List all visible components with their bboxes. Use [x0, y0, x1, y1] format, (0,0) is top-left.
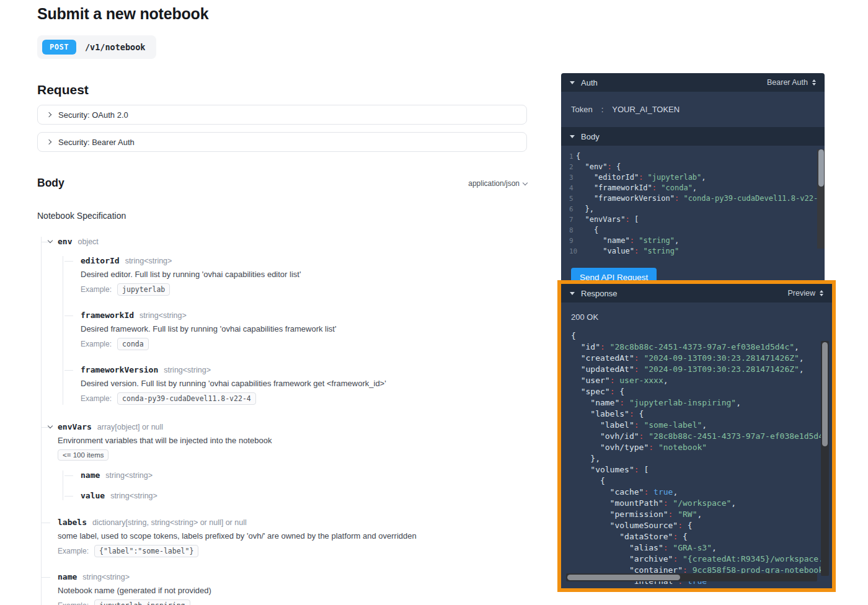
prop-description: Environment variables that will be injec…: [58, 436, 527, 445]
vertical-scrollbar: [817, 149, 825, 249]
auth-section-header[interactable]: Auth Bearer Auth: [561, 73, 825, 92]
token-separator: :: [601, 105, 604, 114]
example-label: Example:: [81, 394, 112, 403]
example-value-badge: jupyterlab-inspiring: [94, 599, 190, 605]
prop-type: string<string>: [164, 366, 211, 374]
prop-type: object: [78, 237, 98, 246]
request-heading: Request: [37, 82, 527, 97]
prop-type: string<string>: [105, 471, 153, 480]
example-value-badge: {"label":"some-label"}: [94, 545, 198, 557]
example-value-badge: jupyterlab: [117, 283, 170, 296]
prop-name: labels: [58, 518, 87, 527]
horizontal-scrollbar-thumb[interactable]: [567, 575, 680, 580]
example-value-badge: conda: [117, 338, 149, 350]
triangle-down-icon: [570, 81, 575, 84]
example-label: Example:: [81, 285, 112, 294]
security-oauth-accordion[interactable]: Security: OAuth 2.0: [37, 105, 527, 125]
response-panel: Response Preview 200 OK { "id": "28c8b88…: [561, 284, 832, 588]
response-section-title: Response: [581, 289, 618, 298]
horizontal-scrollbar: [566, 573, 817, 581]
prop-description: Desired framework. Full list by running …: [81, 324, 527, 333]
body-code-editor[interactable]: 1{2 "env": {3 "editorId": "jupyterlab",4…: [561, 146, 825, 260]
schema-node-envVars: envVars array[object] or null Environmen…: [58, 422, 527, 500]
content-type-select[interactable]: application/json: [468, 179, 527, 188]
schema-node-frameworkId: frameworkId string<string> Desired frame…: [81, 311, 527, 350]
prop-type: string<string>: [125, 257, 172, 265]
prop-type: string<string>: [82, 573, 130, 581]
endpoint-doc: Submit a new notebook POST /v1/notebook …: [37, 5, 527, 605]
security-bearer-accordion[interactable]: Security: Bearer Auth: [37, 132, 527, 152]
body-section-header[interactable]: Body: [561, 127, 825, 146]
schema-node-envVars-name: name string<string>: [81, 470, 527, 480]
vertical-scrollbar: [821, 341, 829, 576]
chevron-right-icon: [46, 139, 51, 144]
body-section-title: Body: [581, 132, 600, 141]
prop-type: string<string>: [140, 311, 187, 320]
schema-node-name: name string<string> Notebook name (gener…: [58, 572, 527, 605]
response-status: 200 OK: [571, 312, 832, 322]
auth-scheme-value: Bearer Auth: [767, 78, 808, 87]
prop-type: array[object] or null: [97, 423, 163, 431]
response-view-value: Preview: [788, 289, 815, 298]
prop-type: string<string>: [110, 492, 157, 500]
chevron-right-icon: [46, 112, 51, 117]
response-code-viewer: { "id": "28c8b88c-2451-4373-97a7-ef038e1…: [561, 330, 832, 587]
chevron-down-icon: [48, 423, 53, 428]
prop-name: frameworkVersion: [81, 365, 158, 374]
example-label: Example:: [81, 340, 112, 348]
security-oauth-label: Security: OAuth 2.0: [58, 110, 128, 120]
sort-arrows-icon: [812, 79, 816, 86]
security-bearer-label: Security: Bearer Auth: [58, 138, 135, 147]
response-body: 200 OK { "id": "28c8b88c-2451-4373-97a7-…: [561, 302, 832, 588]
prop-description: Desired version. Full list by running 'o…: [81, 379, 527, 388]
schema-title: Notebook Specification: [37, 211, 527, 221]
vertical-scrollbar-thumb[interactable]: [818, 149, 824, 187]
prop-type: dictionary[string, string<string> or nul…: [92, 518, 247, 527]
vertical-scrollbar-thumb[interactable]: [822, 342, 828, 446]
content-type-value: application/json: [468, 179, 520, 188]
response-section-header[interactable]: Response Preview: [561, 284, 832, 302]
response-highlight-box: Response Preview 200 OK { "id": "28c8b88…: [557, 280, 836, 592]
schema-node-env: env object editorId string<string> Desir…: [58, 237, 527, 405]
triangle-down-icon: [570, 135, 575, 138]
schema-tree: env object editorId string<string> Desir…: [41, 237, 527, 605]
auth-section-title: Auth: [581, 78, 598, 87]
page-title: Submit a new notebook: [37, 5, 527, 23]
example-label: Example:: [58, 601, 89, 605]
schema-node-env-toggle[interactable]: env object: [58, 237, 527, 246]
prop-name: frameworkId: [81, 311, 134, 320]
sort-arrows-icon: [820, 290, 823, 296]
prop-name: name: [81, 470, 100, 480]
prop-name: envVars: [58, 422, 92, 431]
prop-description: Desired editor. Full list by running 'ov…: [81, 270, 527, 279]
prop-description: Notebook name (generated if not provided…: [58, 586, 527, 595]
try-it-panel: Auth Bearer Auth Token : YOUR_AI_TOKEN B…: [561, 73, 825, 297]
schema-node-editorId: editorId string<string> Desired editor. …: [81, 256, 527, 296]
endpoint-path: /v1/notebook: [85, 42, 146, 52]
token-input[interactable]: YOUR_AI_TOKEN: [612, 105, 680, 114]
body-heading: Body: [37, 177, 64, 190]
constraint-badge: <= 100 items: [58, 449, 108, 461]
prop-name: name: [58, 572, 77, 581]
endpoint-chip: POST /v1/notebook: [37, 35, 156, 59]
schema-node-labels: labels dictionary[string, string<string>…: [58, 518, 527, 557]
prop-description: some label, used to scope tokens, labels…: [58, 531, 527, 541]
prop-name: editorId: [81, 256, 120, 265]
triangle-down-icon: [570, 292, 575, 295]
chevron-down-icon: [48, 238, 53, 243]
chevron-down-icon: [523, 180, 528, 185]
schema-node-envVars-value: value string<string>: [81, 491, 527, 500]
auth-scheme-select[interactable]: Bearer Auth: [767, 78, 816, 87]
prop-name: env: [58, 237, 72, 246]
example-value-badge: conda-py39-cudaDevel11.8-v22-4: [117, 392, 256, 405]
token-label: Token: [571, 105, 593, 114]
example-label: Example:: [58, 547, 89, 555]
response-view-select[interactable]: Preview: [788, 289, 823, 298]
http-method-badge: POST: [42, 40, 76, 55]
prop-name: value: [81, 491, 105, 500]
schema-node-envVars-toggle[interactable]: envVars array[object] or null: [58, 422, 527, 431]
schema-node-frameworkVersion: frameworkVersion string<string> Desired …: [81, 365, 527, 405]
